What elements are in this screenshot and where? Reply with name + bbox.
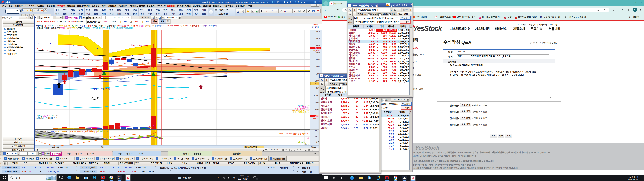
svg-text:20,0%: 20,0% [314, 37, 320, 39]
svg-text:13,20%: 13,20% [313, 50, 320, 52]
svg-text:4,769K: 4,769K [314, 115, 320, 117]
svg-text:시그널(9): 53: 시그널(9): 53 [298, 141, 310, 144]
svg-text:MACD SIGNAL(일목균형표)[0]: 82: MACD SIGNAL(일목균형표)[0]: 82 [280, 132, 310, 135]
svg-text:1830,57%: 1830,57% [312, 117, 320, 119]
svg-text:T: T [313, 10, 314, 12]
svg-text:25,0%: 25,0% [314, 30, 320, 32]
svg-text:2024/01: 2024/01 [52, 146, 59, 148]
svg-text:5,0%: 5,0% [316, 59, 320, 61]
svg-text:▪ 거래량 단순 5 20 60 120: ▪ 거래량 단순 5 20 60 120 [36, 115, 58, 117]
svg-text:POP: POP [118, 176, 121, 178]
svg-text:15,0%: 15,0% [314, 44, 320, 46]
svg-text:3,645: 3,645 [315, 47, 320, 49]
svg-text:02/23: 02/23 [311, 146, 316, 148]
svg-text:POP: POP [403, 176, 406, 178]
svg-text:T: T [294, 10, 295, 12]
svg-text:: 0: : 0 [308, 138, 310, 140]
svg-text:DTS: DTS [403, 178, 406, 180]
svg-text:최고 3,720 (02/23): 최고 3,720 (02/23) [131, 44, 148, 47]
svg-text:02: 02 [101, 146, 104, 148]
svg-text:선행스팬2BB26: 3,160: 선행스팬2BB26: 3,160 [293, 111, 310, 113]
svg-text:최저 2,720 (01/25): 최저 2,720 (01/25) [93, 88, 110, 90]
svg-text:1: 1 [299, 10, 300, 12]
svg-text:0,0%: 0,0% [316, 66, 320, 68]
svg-text:4,769,378주(1,830.57%): 4,769,378주(1,830.57%) [35, 117, 57, 119]
svg-text:DTS: DTS [118, 178, 121, 179]
svg-text:ALL: ALL [308, 12, 310, 12]
svg-text:10,0%: 10,0% [314, 52, 320, 54]
svg-text:-9: 36: -9: 36 [305, 144, 310, 145]
svg-text:fx: fx [252, 10, 253, 12]
